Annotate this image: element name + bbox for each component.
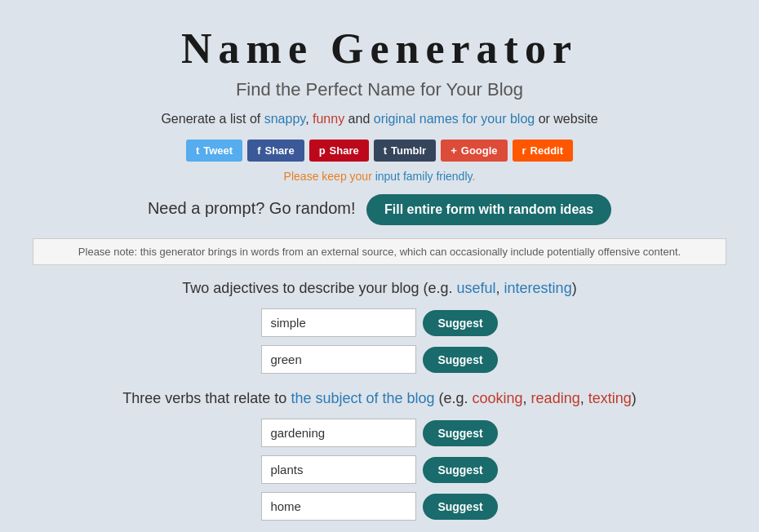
pinterest-icon: p — [319, 144, 326, 157]
family-friendly-notice: Please keep your input family friendly. — [33, 170, 726, 183]
family-highlight: family friendly — [403, 170, 473, 183]
adjective-input-1[interactable] — [261, 308, 416, 337]
desc-connector1: , — [305, 112, 313, 126]
subtitle: Find the Perfect Name for Your Blog — [33, 79, 726, 100]
random-ideas-button[interactable]: Fill entire form with random ideas — [366, 194, 611, 225]
verb-input-1[interactable] — [261, 419, 416, 447]
verb-input-3[interactable] — [261, 492, 416, 521]
adjective-row-2: Suggest — [33, 345, 726, 374]
social-buttons-row: t Tweet f Share p Share t Tumblr + Googl… — [33, 140, 726, 162]
verb-row-1: Suggest — [33, 419, 726, 447]
random-prompt-row: Need a prompt? Go random! Fill entire fo… — [33, 194, 726, 225]
desc-suffix: or website — [535, 112, 597, 126]
reddit-button[interactable]: r Reddit — [513, 140, 574, 162]
tweet-button[interactable]: t Tweet — [186, 140, 242, 162]
verb-example3: texting — [588, 390, 632, 406]
random-prompt-text: Need a prompt? Go random! — [148, 199, 356, 217]
verbs-section: Three verbs that relate to the subject o… — [33, 390, 726, 521]
facebook-label: Share — [265, 144, 295, 157]
desc-word3: original names for your blog — [374, 112, 535, 126]
facebook-icon: f — [257, 144, 260, 157]
google-button[interactable]: + Google — [441, 140, 507, 162]
pinterest-label: Share — [330, 144, 359, 157]
adjectives-section: Two adjectives to describe your blog (e.… — [33, 280, 726, 374]
adjectives-label: Two adjectives to describe your blog (e.… — [33, 280, 726, 297]
facebook-share-button[interactable]: f Share — [247, 140, 304, 162]
pinterest-share-button[interactable]: p Share — [309, 140, 369, 162]
page-title: Name Generator — [33, 24, 726, 73]
google-label: Google — [461, 144, 498, 157]
page-wrapper: Name Generator Find the Perfect Name for… — [0, 0, 759, 532]
suggest-adjective-1-button[interactable]: Suggest — [423, 310, 497, 336]
note-box: Please note: this generator brings in wo… — [33, 238, 726, 265]
suggest-verb-3-button[interactable]: Suggest — [423, 494, 497, 520]
reddit-icon: r — [522, 144, 526, 157]
google-plus-icon: + — [451, 144, 457, 157]
desc-prefix: Generate a list of — [161, 112, 264, 126]
tweet-label: Tweet — [203, 144, 233, 157]
adj-example1: useful — [457, 280, 496, 296]
verb-example2: reading — [531, 390, 580, 406]
twitter-icon: t — [196, 144, 199, 157]
reddit-label: Reddit — [530, 144, 563, 157]
adjective-input-2[interactable] — [261, 345, 416, 374]
suggest-verb-2-button[interactable]: Suggest — [423, 457, 497, 483]
adjective-row-1: Suggest — [33, 308, 726, 337]
verb-example1: cooking — [473, 390, 523, 406]
verb-row-3: Suggest — [33, 492, 726, 521]
adj-example2: interesting — [504, 280, 572, 296]
verb-row-2: Suggest — [33, 455, 726, 484]
tumblr-button[interactable]: t Tumblr — [374, 140, 436, 162]
desc-word1: snappy — [264, 112, 305, 126]
tumblr-label: Tumblr — [391, 144, 426, 157]
input-highlight: input — [375, 170, 400, 183]
verbs-label: Three verbs that relate to the subject o… — [33, 390, 726, 407]
tumblr-icon: t — [384, 144, 387, 157]
desc-word2: funny — [313, 112, 344, 126]
note-text: Please note: this generator brings in wo… — [78, 246, 681, 258]
desc-connector2: and — [344, 112, 374, 126]
suggest-adjective-2-button[interactable]: Suggest — [423, 347, 497, 373]
suggest-verb-1-button[interactable]: Suggest — [423, 420, 497, 446]
verb-input-2[interactable] — [261, 455, 416, 484]
verbs-highlight1: the subject of the blog — [291, 390, 434, 406]
description: Generate a list of snappy, funny and ori… — [33, 112, 726, 126]
